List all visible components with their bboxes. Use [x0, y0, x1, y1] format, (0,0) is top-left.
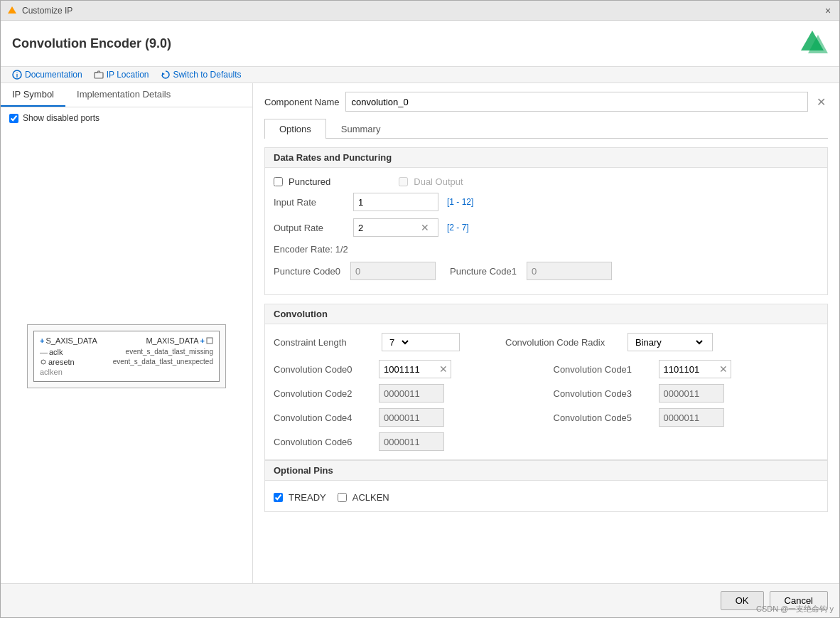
port-m-axis-data: M_AXIS_DATA + [146, 336, 213, 345]
conv-code4-label: Convolution Code4 [274, 412, 373, 423]
component-name-input[interactable] [345, 92, 809, 112]
tready-label: TREADY [289, 492, 326, 503]
conv-code0-input[interactable] [379, 363, 436, 376]
punctured-checkbox[interactable] [274, 177, 283, 186]
show-disabled-ports-checkbox[interactable] [9, 114, 18, 123]
info-icon: i [12, 70, 22, 80]
aclken-label: ACLKEN [352, 492, 389, 503]
tab-ip-symbol[interactable]: IP Symbol [1, 83, 65, 107]
documentation-button[interactable]: i Documentation [12, 70, 82, 80]
port-aclk: — aclk [40, 348, 63, 356]
port-event-unexpected: event_s_data_tlast_unexpected [113, 358, 213, 366]
conv-code-radix-label: Convolution Code Radix [505, 337, 619, 348]
svg-text:i: i [16, 72, 18, 79]
switch-to-defaults-button[interactable]: Switch to Defaults [161, 70, 242, 80]
output-rate-label: Output Rate [274, 223, 345, 233]
watermark: CSDN @一支绝命钩 y [756, 604, 834, 614]
output-rate-input[interactable] [354, 221, 418, 235]
encoder-rate-label: Encoder Rate: 1/2 [274, 244, 819, 255]
port-aresetn: aresetn [40, 358, 75, 366]
app-icon [6, 5, 18, 16]
conv-code6-wrap [379, 432, 444, 451]
component-name-clear-icon[interactable]: ✕ [814, 95, 828, 109]
window-title: Customize IP [22, 6, 72, 16]
ip-location-button[interactable]: IP Location [94, 70, 149, 80]
refresh-icon [161, 70, 171, 80]
dual-output-checkbox [399, 177, 408, 186]
output-rate-range: [2 - 7] [447, 223, 469, 233]
svg-rect-7 [207, 338, 212, 343]
conv-code1-wrap: ✕ [659, 360, 731, 378]
conv-code6-label: Convolution Code6 [274, 437, 373, 447]
conv-code6-input [379, 435, 443, 449]
svg-rect-5 [95, 73, 103, 78]
conv-code1-input[interactable] [659, 363, 716, 376]
component-name-label: Component Name [264, 97, 340, 107]
output-rate-clear-icon[interactable]: ✕ [418, 222, 432, 233]
conv-code4-field: Convolution Code4 [274, 408, 539, 427]
port-s-axis-data: + S_AXIS_DATA [40, 336, 97, 345]
svg-point-8 [41, 360, 45, 364]
svg-marker-0 [8, 6, 16, 14]
conv-code5-wrap [659, 408, 724, 427]
show-disabled-ports-label: Show disabled ports [23, 113, 99, 123]
punctured-label: Punctured [289, 176, 330, 187]
conv-code3-label: Convolution Code3 [554, 388, 653, 399]
tab-summary[interactable]: Summary [326, 119, 396, 139]
vivado-logo [797, 28, 828, 59]
conv-code-radix-dropdown-wrap: BinaryOctalHexadecimal [628, 333, 713, 351]
input-rate-input[interactable] [353, 193, 438, 211]
optional-pins-section-title: Optional Pins [265, 461, 827, 481]
conv-code4-input [379, 411, 443, 425]
conv-code3-field: Convolution Code3 [554, 384, 819, 403]
puncture-code1-label: Puncture Code1 [450, 266, 521, 277]
puncture-code1-input[interactable] [527, 262, 612, 280]
ip-symbol-block: + S_AXIS_DATA M_AXIS_DATA + — aclk e [27, 324, 226, 388]
puncture-code0-label: Puncture Code0 [274, 266, 345, 277]
aclken-checkbox[interactable] [338, 493, 347, 502]
tab-implementation-details[interactable]: Implementation Details [65, 83, 182, 107]
puncture-code0-input[interactable] [350, 262, 436, 280]
conv-code5-input [659, 411, 723, 425]
conv-code0-field: Convolution Code0 ✕ [274, 360, 539, 378]
conv-code5-field: Convolution Code5 [554, 408, 819, 427]
constraint-length-select[interactable]: 3456789 [382, 335, 411, 350]
conv-code1-field: Convolution Code1 ✕ [554, 360, 819, 378]
conv-code2-label: Convolution Code2 [274, 388, 373, 399]
conv-code2-input [379, 387, 443, 400]
conv-code0-label: Convolution Code0 [274, 364, 373, 375]
input-rate-label: Input Rate [274, 197, 345, 208]
constraint-length-label: Constraint Length [274, 337, 373, 348]
header-title: Convolution Encoder (9.0) [12, 36, 171, 51]
tab-options[interactable]: Options [264, 119, 326, 139]
conv-code5-label: Convolution Code5 [554, 412, 653, 423]
tready-checkbox[interactable] [274, 493, 283, 502]
dual-output-label: Dual Output [414, 176, 463, 187]
port-aclken: aclken [40, 368, 63, 376]
folder-icon [94, 70, 104, 80]
conv-code1-clear-icon[interactable]: ✕ [716, 363, 731, 375]
port-event-missing: event_s_data_tlast_missing [126, 348, 213, 356]
conv-code2-field: Convolution Code2 [274, 384, 539, 403]
convolution-section-title: Convolution [265, 304, 827, 324]
conv-code6-field: Convolution Code6 [274, 432, 539, 451]
conv-code-radix-select[interactable]: BinaryOctalHexadecimal [628, 335, 705, 350]
conv-code4-wrap [379, 408, 444, 427]
input-rate-range: [1 - 12] [447, 197, 473, 207]
close-icon[interactable]: × [822, 5, 834, 16]
constraint-length-dropdown-wrap: 3456789 [382, 333, 460, 351]
conv-code3-wrap [659, 384, 724, 403]
svg-marker-6 [162, 73, 165, 75]
data-rates-section-title: Data Rates and Puncturing [265, 148, 827, 168]
conv-code0-clear-icon[interactable]: ✕ [436, 363, 451, 375]
conv-code3-input [659, 387, 723, 400]
conv-code1-label: Convolution Code1 [554, 364, 653, 375]
conv-code0-wrap: ✕ [379, 360, 451, 378]
output-rate-input-wrap: ✕ [353, 218, 438, 237]
conv-code2-wrap [379, 384, 444, 403]
